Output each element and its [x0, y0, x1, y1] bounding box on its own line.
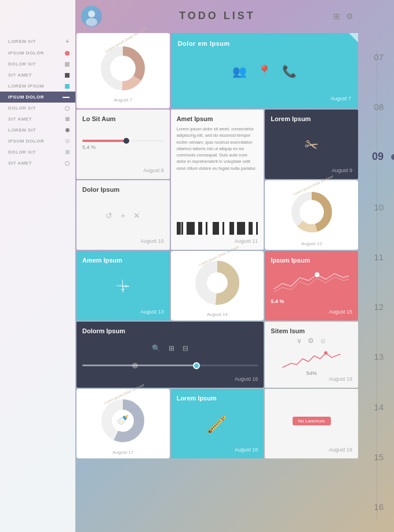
sidebar-item-4[interactable]: LOREM IPSUM	[0, 81, 75, 92]
card-amet-ipsum: Amet Ipsum Lorem ipsum dolor sit amet, c…	[171, 110, 264, 250]
card-aug16: Dolorm Ipsum 🔍 ⊞ ⊟ August 16	[76, 322, 264, 388]
date-aug9: August 9	[271, 167, 352, 173]
date-aug14: August 14	[207, 312, 228, 317]
card-aug7-circle: Lorem Ipsum Dolor Sit Amet August 7	[76, 33, 170, 108]
sidebar-item-0[interactable]: LOREM SIT +	[0, 35, 75, 48]
card-aug9: Lorem Ipsum ✂ August 9	[265, 110, 358, 179]
sidebar-label-8: LOREM SIT	[8, 127, 36, 133]
card-title-amet: Amet Ipsum	[177, 115, 258, 122]
date-aug15: August 15	[271, 309, 352, 315]
card-aug19: No Laremum August 19	[265, 389, 358, 458]
sidebar-item-6[interactable]: DOLOR SIT	[0, 103, 75, 114]
date-aug19b: August 19	[271, 447, 352, 453]
razor-icon: ⚔	[113, 276, 133, 296]
sidebar-label-10: DOLOR SIT	[8, 150, 36, 155]
donut-chart-3	[194, 260, 240, 306]
scissors-icon: ✂	[269, 125, 353, 165]
line-chart	[271, 347, 352, 370]
card-aug18: Lorem Ipsum 🪈 August 18	[171, 389, 264, 458]
main-content: TODO LIST ⊞ ⚙ Lorem Ipsum Dolor Sit Amet	[75, 0, 359, 532]
phone-icon: 📞	[282, 64, 297, 78]
smiley-icon[interactable]: ☺	[320, 337, 327, 345]
refresh-icon[interactable]: ↺	[105, 211, 112, 220]
sidebar-item-2[interactable]: DOLOR SIT	[0, 59, 75, 70]
timeline-16: 16	[359, 482, 394, 532]
svg-point-10	[315, 272, 320, 277]
card-aug10: Dolor Ipsum ↺ + ✕ August 10	[76, 180, 170, 250]
sidebar-item-9[interactable]: IPSUM DOLOR	[0, 136, 75, 147]
timeline-11: 11	[359, 232, 394, 282]
sidebar: LOREM SIT + IPSUM DOLOR DOLOR SIT SIT AM…	[0, 0, 75, 532]
card-sitem-isum: Sitem Isum ∨ ⚙ ☺ 54% August 19	[265, 322, 358, 388]
sidebar-label-7: SIT AMET	[8, 116, 32, 122]
progress-thumb	[123, 138, 129, 144]
sidebar-item-11[interactable]: SIT AMET	[0, 158, 75, 169]
timeline-07: 07	[359, 32, 394, 82]
action-icons-aug10: ↺ + ✕	[82, 211, 164, 220]
location-icon: 📍	[257, 64, 272, 78]
sidebar-item-1[interactable]: IPSUM DOLOR	[0, 48, 75, 59]
date-aug11: August 11	[177, 238, 258, 244]
card-aug8: Lo Sit Aum 5.4 % August 8	[76, 110, 170, 179]
svg-point-1	[86, 18, 97, 26]
card-aug7-cyan: Dolor em Ipsum 👥 📍 📞 August 7	[171, 33, 358, 108]
sidebar-label-6: DOLOR SIT	[8, 105, 36, 111]
grid-icon[interactable]: ⊞	[333, 12, 340, 21]
add-icon[interactable]: +	[121, 211, 125, 220]
date-aug18: August 18	[177, 447, 258, 453]
sidebar-item-7[interactable]: SIT AMET	[0, 114, 75, 125]
people-icon: 👥	[232, 64, 247, 78]
card-aug13: Amem Ipsum ⚔ August 13	[76, 251, 170, 320]
timeline-09: 09	[359, 132, 394, 182]
svg-text:🍼: 🍼	[117, 414, 129, 425]
close-icon[interactable]: ✕	[133, 211, 140, 220]
grid-icon-dark[interactable]: ⊞	[169, 344, 174, 352]
wave-chart	[271, 269, 352, 295]
card-title-aug15: Ipsum Ipsum	[271, 257, 352, 264]
timeline-dot-09	[391, 154, 394, 160]
header-icons: ⊞ ⚙	[333, 12, 353, 21]
header: TODO LIST ⊞ ⚙	[75, 0, 359, 32]
svg-point-11	[324, 351, 328, 355]
sidebar-indicator-3	[65, 73, 70, 78]
card-title-aug8: Lo Sit Aum	[82, 115, 164, 122]
card-aug12-circle: Lorem Ipsum Dolor Sit Amet August 12	[265, 180, 358, 250]
chevron-down-icon[interactable]: ∨	[297, 337, 302, 345]
sidebar-label-1: IPSUM DOLOR	[8, 50, 44, 56]
sidebar-indicator-1	[65, 51, 70, 56]
card-aug17-circle: Lorem Ipsum Dolor Sit Amet 🍼 August 17	[76, 389, 170, 458]
filter-icon[interactable]: ⚙	[308, 337, 314, 345]
avatar	[81, 6, 102, 27]
sidebar-item-5[interactable]: IPSUM DOLOR	[0, 92, 75, 103]
donut-chart-4: 🍼	[100, 398, 146, 444]
barcode	[177, 222, 258, 235]
slider-thumb-1[interactable]	[132, 363, 138, 369]
date-aug16: August 16	[82, 376, 258, 382]
card-title-aug9: Lorem Ipsum	[271, 115, 352, 122]
avatar-circle	[81, 6, 102, 27]
sidebar-label-3: SIT AMET	[8, 72, 32, 78]
sidebar-label-9: IPSUM DOLOR	[8, 139, 44, 144]
card-title-aug16: Dolorm Ipsum	[82, 327, 258, 334]
card-title-sitem: Sitem Isum	[271, 327, 352, 334]
sidebar-label-5: IPSUM DOLOR	[8, 94, 44, 100]
card-aug14-circle: Lorem Ipsum Dolor Sit Amet August 14	[171, 251, 264, 320]
sidebar-item-10[interactable]: DOLOR SIT	[0, 147, 75, 158]
slider-thumb-2[interactable]	[193, 362, 200, 369]
timeline-15: 15	[359, 432, 394, 482]
list-icon-dark[interactable]: ⊟	[183, 344, 188, 352]
sidebar-indicator-0: +	[65, 38, 70, 45]
sidebar-indicator-9	[65, 139, 70, 143]
page-title: TODO LIST	[179, 10, 256, 22]
settings-icon[interactable]: ⚙	[346, 12, 353, 21]
date-aug19a: August 19	[271, 376, 352, 382]
sidebar-label-2: DOLOR SIT	[8, 61, 36, 67]
sidebar-item-8[interactable]: LOREM SIT	[0, 125, 75, 136]
timeline-08: 08	[359, 82, 394, 132]
search-icon-dark[interactable]: 🔍	[152, 344, 160, 352]
sidebar-indicator-5	[63, 97, 70, 98]
sidebar-item-3[interactable]: SIT AMET	[0, 70, 75, 81]
card-body-amet: Lorem ipsum dolor sit amet, consectetur …	[177, 126, 258, 215]
timeline-14: 14	[359, 382, 394, 432]
date-aug10: August 10	[82, 238, 164, 244]
